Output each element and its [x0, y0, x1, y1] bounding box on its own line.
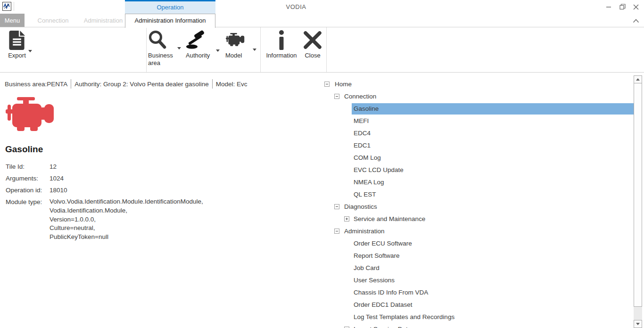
status-business-area: Business area:PENTA — [5, 81, 67, 88]
export-dropdown-caret-icon[interactable] — [28, 50, 32, 52]
collapse-ribbon-button[interactable] — [632, 17, 640, 25]
tree-item[interactable]: Service and Maintenance — [323, 213, 634, 225]
scrollbar-thumb[interactable] — [634, 83, 642, 307]
tree-item[interactable]: Chassis ID Info From VDA — [323, 287, 634, 299]
title-bar: VODIA — [0, 0, 644, 14]
tree-item-label: EVC LCD Update — [354, 164, 404, 176]
tree-item[interactable]: Administration — [323, 225, 634, 238]
tree-item[interactable]: QL EST — [323, 189, 634, 201]
export-document-icon — [4, 30, 30, 50]
expand-icon[interactable] — [344, 216, 349, 221]
app-logo-icon — [2, 2, 11, 11]
gasoline-engine-image — [6, 97, 55, 134]
tree-item-label: Administration — [344, 225, 385, 238]
tree-item[interactable]: Log Test Templates and Recordings — [323, 311, 634, 323]
export-button[interactable]: Export — [4, 27, 30, 59]
detail-label: Module type: — [6, 196, 50, 242]
page-title: Gasoline — [5, 144, 43, 155]
tree-item-label: Log Test Templates and Recordings — [354, 311, 454, 323]
tree-item[interactable]: COM Log — [323, 152, 634, 164]
tree-item[interactable]: Report Software — [323, 250, 634, 262]
tree-item-label: EDC1 — [354, 139, 371, 152]
close-window-button[interactable] — [629, 0, 643, 14]
engine-icon — [225, 30, 253, 50]
model-button[interactable]: Model — [225, 27, 253, 59]
tree-item[interactable]: Import Session Data — [323, 323, 634, 328]
scrollbar-track[interactable] — [634, 307, 642, 320]
status-separator — [212, 79, 213, 89]
tree-item-label: Job Card — [354, 262, 380, 274]
tree-item-label: Chassis ID Info From VDA — [354, 287, 428, 299]
status-model: Model: Evc — [216, 81, 248, 88]
window-title: VODIA — [263, 3, 329, 10]
tree-item-label: Connection — [344, 90, 376, 103]
triangle-up-icon — [636, 78, 640, 81]
collapse-icon[interactable] — [334, 204, 339, 209]
tree-item[interactable]: Gasoline — [323, 103, 634, 115]
tree-item-label: QL EST — [354, 189, 376, 201]
business-area-dropdown-caret-icon[interactable] — [177, 47, 181, 49]
close-button[interactable]: Close — [302, 27, 323, 59]
tab-administration-information[interactable]: Administration Information — [125, 14, 215, 28]
menu-item-connection[interactable]: Connection — [31, 14, 75, 27]
tree-item-label: Report Software — [354, 250, 400, 262]
business-area-label: Business area — [148, 52, 177, 67]
tree-item-label: User Sessions — [354, 274, 395, 287]
authority-button[interactable]: Authority — [186, 27, 215, 59]
magnifier-icon — [148, 30, 177, 50]
detail-label: Arguments: — [6, 172, 50, 184]
collapse-icon[interactable] — [334, 94, 339, 99]
information-label: Information — [262, 52, 301, 59]
menu-item-administration[interactable]: Administration — [75, 14, 131, 27]
tree-item[interactable]: Connection — [323, 90, 634, 103]
titlebar-separator — [14, 2, 14, 11]
tree-item[interactable]: Job Card — [323, 262, 634, 274]
authority-dropdown-caret-icon[interactable] — [216, 49, 220, 52]
information-button[interactable]: Information — [262, 27, 301, 59]
minimize-button[interactable] — [602, 0, 616, 14]
collapse-icon[interactable] — [324, 82, 330, 87]
tree-item-label: Gasoline — [354, 103, 379, 115]
tree-scrollbar[interactable] — [634, 75, 642, 328]
ribbon-separator — [260, 27, 261, 72]
tree-item-label: EDC4 — [354, 127, 371, 139]
model-dropdown-caret-icon[interactable] — [253, 49, 256, 51]
model-label: Model — [225, 52, 253, 59]
ribbon-separator — [146, 27, 147, 72]
restore-button[interactable] — [615, 0, 629, 14]
tree-item[interactable]: Diagnostics — [323, 201, 634, 213]
tree-item-label: NMEA Log — [354, 176, 384, 189]
tree-item[interactable]: NMEA Log — [323, 176, 634, 189]
ribbon-separator — [326, 27, 327, 72]
information-icon — [262, 30, 301, 50]
tree-item[interactable]: Order EDC1 Dataset — [323, 299, 634, 311]
close-x-icon — [302, 30, 323, 50]
tree-item-label: Import Session Data — [354, 323, 411, 328]
tree-item[interactable]: Home — [323, 78, 634, 90]
scroll-up-button[interactable] — [634, 75, 642, 83]
authority-label: Authority — [186, 52, 215, 59]
detail-value: 12 — [50, 161, 203, 172]
menu-button[interactable]: Menu — [0, 14, 25, 27]
tree-item[interactable]: EDC1 — [323, 139, 634, 152]
tree-item[interactable]: Order ECU Software — [323, 238, 634, 250]
tree-item[interactable]: User Sessions — [323, 274, 634, 287]
tree-item[interactable]: EVC LCD Update — [323, 164, 634, 176]
status-separator — [71, 79, 71, 89]
detail-properties: Tile Id: 12 Arguments: 1024 Operation id… — [6, 161, 203, 242]
context-status-bar: Business area:PENTA Authority: Group 2: … — [5, 79, 248, 89]
close-label: Close — [302, 52, 323, 59]
tree-item[interactable]: EDC4 — [323, 127, 634, 139]
tab-operation[interactable]: Operation — [125, 0, 215, 14]
triangle-down-icon — [636, 323, 640, 325]
business-area-button[interactable]: Business area — [148, 27, 177, 67]
collapse-icon[interactable] — [334, 229, 339, 234]
detail-label: Tile Id: — [6, 161, 50, 172]
detail-value: 18010 — [50, 184, 203, 196]
tree-item[interactable]: MEFI — [323, 115, 634, 127]
vodia-window: VODIA Operation Menu Connection Administ… — [0, 0, 644, 328]
gavel-icon — [186, 30, 215, 50]
chevron-up-icon — [633, 19, 639, 23]
tree-item-label: Home — [335, 78, 352, 90]
scroll-down-button[interactable] — [634, 320, 642, 328]
